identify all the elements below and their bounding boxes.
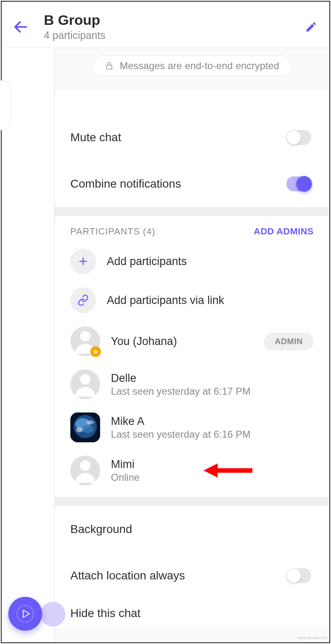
mute-chat-label: Mute chat — [70, 131, 121, 144]
participant-name: Mike A — [111, 415, 314, 428]
participant-row-you[interactable]: ★ You (Johana) ADMIN — [55, 320, 329, 363]
earth-icon — [70, 412, 100, 442]
back-arrow-icon — [12, 19, 29, 35]
link-icon — [77, 294, 89, 306]
svg-point-15 — [17, 605, 34, 622]
participants-card: PARTICIPANTS (4) ADD ADMINS Add particip… — [55, 216, 329, 497]
star-badge-icon: ★ — [90, 346, 101, 357]
add-via-link-row[interactable]: Add participants via link — [55, 281, 329, 320]
background-label: Background — [70, 523, 132, 536]
edit-button[interactable] — [302, 18, 320, 36]
participant-row-highlighted[interactable]: Mimi Online — [55, 449, 329, 492]
more-settings-card: Background Attach location always Hide t… — [55, 506, 329, 628]
svg-marker-16 — [23, 610, 29, 617]
combine-notifications-label: Combine notifications — [70, 177, 181, 191]
svg-point-4 — [80, 331, 90, 341]
lock-icon — [105, 61, 114, 70]
section-divider — [55, 497, 329, 506]
person-icon — [70, 456, 100, 485]
participant-name: You (Johana) — [111, 335, 253, 348]
svg-point-12 — [80, 460, 90, 470]
svg-rect-1 — [107, 65, 112, 69]
svg-point-9 — [82, 425, 94, 433]
back-button[interactable] — [11, 17, 31, 37]
participant-status: Last seen yesterday at 6:16 PM — [111, 429, 314, 440]
encryption-banner[interactable]: Messages are end-to-end encrypted — [92, 55, 292, 76]
fab-secondary[interactable] — [41, 602, 65, 627]
attach-location-label: Attach location always — [70, 569, 185, 582]
add-participants-icon-button[interactable] — [70, 248, 96, 274]
participant-name: Delle — [111, 372, 314, 385]
background-row[interactable]: Background — [55, 506, 329, 552]
fab-play-button[interactable] — [8, 597, 42, 631]
attach-location-row[interactable]: Attach location always — [55, 552, 329, 599]
participant-status: Last seen yesterday at 6:17 PM — [111, 386, 314, 397]
section-divider — [55, 207, 329, 216]
person-icon — [70, 369, 100, 399]
behind-panel-sliver — [2, 48, 55, 642]
avatar — [70, 456, 100, 485]
participant-row[interactable]: Delle Last seen yesterday at 6:17 PM — [55, 363, 329, 406]
add-via-link-icon-button[interactable] — [70, 287, 96, 313]
play-dotted-icon — [15, 603, 36, 624]
mute-chat-row[interactable]: Mute chat — [55, 114, 329, 161]
avatar: ★ — [70, 326, 100, 356]
encryption-banner-text: Messages are end-to-end encrypted — [120, 60, 279, 72]
avatar-earth — [70, 412, 100, 442]
chat-info-panel: Messages are end-to-end encrypted Mute c… — [55, 48, 329, 642]
mute-chat-toggle[interactable] — [286, 130, 311, 145]
avatar — [70, 369, 100, 399]
annotation-arrow-icon — [204, 460, 253, 481]
encryption-banner-wrap: Messages are end-to-end encrypted — [55, 48, 329, 89]
add-participants-row[interactable]: Add participants — [55, 242, 329, 281]
hide-chat-row[interactable]: Hide this chat — [55, 599, 329, 628]
svg-point-11 — [86, 420, 94, 425]
svg-point-5 — [80, 374, 90, 384]
participants-title: PARTICIPANTS (4) — [70, 226, 155, 237]
pencil-icon — [305, 21, 317, 33]
hide-chat-label: Hide this chat — [70, 607, 141, 620]
svg-point-10 — [76, 427, 83, 432]
add-participants-label: Add participants — [107, 255, 187, 268]
header-titles: B Group 4 participants — [44, 12, 302, 41]
admin-badge: ADMIN — [264, 333, 314, 350]
combine-notifications-toggle[interactable] — [286, 176, 311, 191]
svg-marker-14 — [204, 463, 218, 478]
toggles-card: Mute chat Combine notifications — [55, 89, 329, 207]
participants-header: PARTICIPANTS (4) ADD ADMINS — [55, 216, 329, 242]
watermark: www.deuaq.com — [298, 636, 327, 640]
sliver-tab — [1, 80, 11, 130]
combine-notifications-row[interactable]: Combine notifications — [55, 161, 329, 207]
add-admins-button[interactable]: ADD ADMINS — [254, 226, 314, 237]
chat-subtitle: 4 participants — [44, 29, 302, 41]
chat-title: B Group — [44, 12, 302, 28]
plus-icon — [77, 256, 89, 267]
header-bar: B Group 4 participants — [2, 2, 329, 48]
participant-row[interactable]: Mike A Last seen yesterday at 6:16 PM — [55, 406, 329, 449]
add-via-link-label: Add participants via link — [107, 294, 224, 307]
attach-location-toggle[interactable] — [286, 568, 311, 583]
